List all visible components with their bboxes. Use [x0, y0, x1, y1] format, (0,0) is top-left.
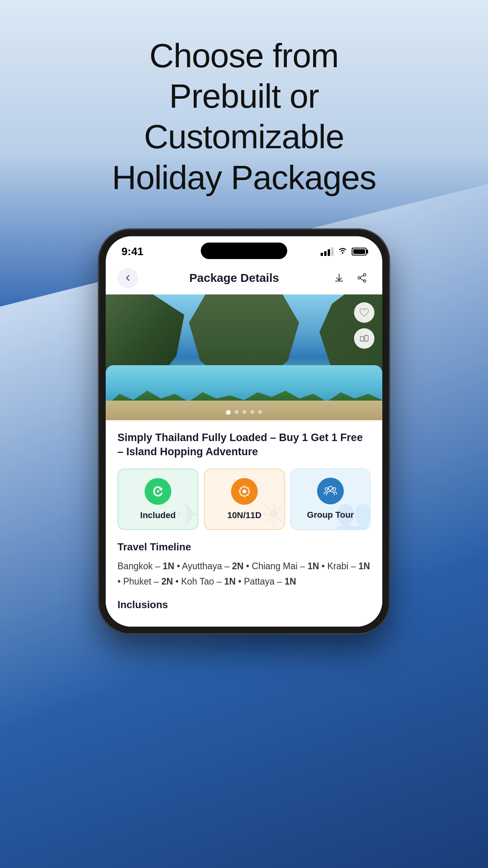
duration-label: 10N/11D — [227, 510, 262, 520]
svg-point-3 — [363, 280, 366, 282]
hero-image — [106, 294, 382, 420]
duration-bg-icon: ☀ — [260, 497, 285, 530]
status-time: 9:41 — [121, 245, 143, 258]
svg-rect-6 — [360, 337, 364, 341]
status-icons — [321, 246, 367, 257]
headline-section: Choose from Prebuilt or Customizable Hol… — [67, 0, 421, 221]
svg-point-0 — [342, 252, 343, 254]
signal-icon — [321, 247, 334, 256]
svg-point-9 — [242, 489, 246, 493]
package-title: Simply Thailand Fully Loaded – Buy 1 Get… — [117, 430, 371, 459]
battery-icon — [352, 248, 367, 256]
included-bg-icon: ✈ — [175, 497, 198, 530]
location-phuket: Phuket — [123, 576, 151, 587]
carousel-dot-4[interactable] — [250, 410, 254, 414]
included-icon-circle — [145, 478, 171, 505]
svg-point-2 — [358, 277, 360, 279]
night-bangkok: 1N — [163, 561, 174, 571]
travel-timeline-title: Travel Timeline — [117, 541, 371, 553]
night-ayutthaya: 2N — [232, 561, 244, 571]
night-krabi: 1N — [358, 561, 370, 571]
download-button[interactable] — [330, 269, 348, 287]
back-button[interactable] — [117, 268, 138, 288]
location-pattaya: Pattaya — [244, 576, 275, 587]
compare-button[interactable] — [354, 328, 374, 349]
carousel-dot-2[interactable] — [235, 410, 238, 414]
group-tour-bg-icon: 👥 — [335, 497, 371, 530]
inclusions-title: Inclusions — [117, 599, 371, 611]
phone-screen: 9:41 — [106, 236, 382, 627]
night-kohtao: 1N — [224, 576, 235, 587]
battery-fill — [353, 249, 365, 254]
feature-card-included: Included ✈ — [117, 469, 198, 530]
svg-rect-7 — [365, 335, 368, 341]
carousel-dot-1[interactable] — [226, 410, 231, 415]
svg-point-1 — [363, 274, 366, 276]
location-krabi: Krabi — [327, 561, 349, 571]
feature-card-group-tour: Group Tour 👥 — [290, 469, 371, 530]
nav-header: Package Details — [106, 264, 382, 294]
carousel-dot-5[interactable] — [258, 410, 262, 414]
dynamic-island — [201, 243, 287, 259]
phone-frame: 9:41 — [99, 229, 389, 634]
headline-text: Choose from Prebuilt or Customizable Hol… — [99, 35, 389, 198]
nav-title: Package Details — [189, 271, 279, 285]
duration-icon-circle — [231, 478, 258, 505]
night-chiangmai: 1N — [308, 561, 319, 571]
feature-cards: Included ✈ — [117, 469, 371, 530]
feature-card-duration: 10N/11D ☀ — [204, 469, 285, 530]
share-button[interactable] — [353, 269, 371, 287]
svg-line-4 — [360, 275, 363, 277]
carousel-dot-3[interactable] — [242, 410, 246, 414]
content-area: Simply Thailand Fully Loaded – Buy 1 Get… — [106, 420, 382, 627]
phone-wrapper: 9:41 — [99, 229, 389, 634]
carousel-dots — [226, 410, 262, 415]
svg-point-18 — [328, 486, 332, 490]
wifi-icon — [338, 246, 348, 257]
svg-point-20 — [333, 487, 336, 490]
travel-timeline-text: Bangkok – 1N • Ayutthaya – 2N • Chiang M… — [117, 559, 371, 589]
night-pattaya: 1N — [284, 576, 296, 587]
location-kohtao: Koh Tao — [181, 576, 214, 587]
location-chiangmai: Chiang Mai — [252, 561, 297, 571]
night-phuket: 2N — [161, 576, 173, 587]
location-bangkok: Bangkok — [117, 561, 153, 571]
svg-point-19 — [325, 487, 328, 490]
svg-line-5 — [360, 278, 363, 280]
inclusions-section: Inclusions — [117, 599, 371, 611]
location-ayutthaya: Ayutthaya — [182, 561, 222, 571]
wishlist-button[interactable] — [354, 302, 374, 323]
included-label: Included — [140, 510, 176, 520]
nav-actions — [330, 269, 371, 287]
